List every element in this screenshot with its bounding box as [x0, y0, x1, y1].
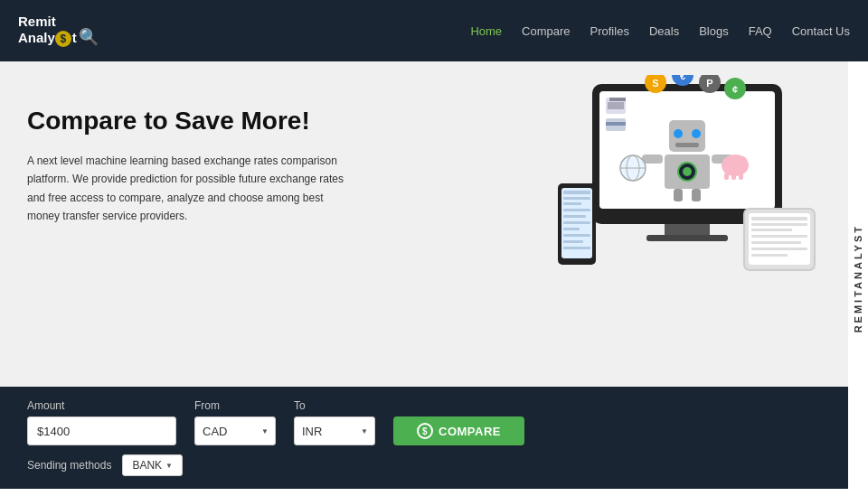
svg-text:¢: ¢	[732, 84, 738, 95]
to-label: To	[294, 399, 375, 412]
hero-description: A next level machine learning based exch…	[27, 152, 353, 226]
nav-blogs[interactable]: Blogs	[699, 24, 729, 38]
svg-rect-52	[751, 229, 792, 231]
compare-section: Amount From CAD USD EUR GBP To INR USD	[0, 387, 868, 489]
magnifier-icon: 🔍	[79, 29, 99, 47]
compare-button[interactable]: $ COMPARE	[393, 416, 524, 445]
svg-rect-44	[563, 228, 580, 230]
svg-rect-51	[751, 223, 807, 226]
to-group: To INR USD EUR GBP	[294, 399, 375, 445]
from-select[interactable]: CAD USD EUR GBP	[194, 416, 276, 445]
svg-text:P: P	[706, 78, 712, 89]
svg-rect-50	[751, 217, 807, 220]
svg-rect-41	[563, 209, 590, 211]
svg-rect-26	[724, 173, 729, 180]
side-text-panel: REMITANALYST	[848, 61, 868, 496]
svg-rect-15	[675, 143, 699, 147]
illustration-svg: S € P ¢	[538, 75, 818, 283]
hero-illustration: S € P ¢	[538, 75, 818, 283]
nav-links: Home Compare Profiles Deals Blogs FAQ Co…	[470, 23, 850, 39]
svg-point-25	[738, 156, 747, 165]
amount-group: Amount	[27, 399, 176, 445]
bank-select-button[interactable]: BANK	[122, 454, 183, 476]
nav-profiles[interactable]: Profiles	[590, 24, 629, 38]
nav-deals[interactable]: Deals	[649, 24, 679, 38]
svg-rect-38	[563, 191, 590, 194]
svg-rect-53	[751, 235, 807, 238]
compare-button-label: COMPARE	[439, 425, 501, 438]
svg-text:€: €	[680, 75, 685, 81]
svg-point-13	[674, 129, 683, 138]
svg-point-18	[683, 167, 692, 176]
hero-title: Compare to Save More!	[27, 107, 353, 136]
to-select[interactable]: INR USD EUR GBP	[294, 416, 375, 445]
svg-rect-33	[609, 98, 626, 101]
logo-line1: Remit	[18, 14, 99, 30]
svg-rect-35	[606, 122, 626, 126]
svg-rect-29	[674, 189, 683, 201]
hero-content: Compare to Save More! A next level machi…	[27, 98, 353, 226]
svg-rect-42	[563, 215, 586, 218]
svg-rect-32	[608, 102, 624, 109]
from-select-wrapper: CAD USD EUR GBP	[194, 416, 276, 445]
logo-line2: Analy$t🔍	[18, 29, 99, 47]
navbar: Remit Analy$t🔍 Home Compare Profiles Dea…	[0, 0, 868, 61]
svg-rect-28	[739, 173, 743, 180]
hero-section: Compare to Save More! A next level machi…	[0, 61, 868, 387]
svg-point-14	[692, 129, 701, 138]
amount-label: Amount	[27, 399, 176, 412]
logo-dollar-icon: $	[55, 31, 71, 47]
svg-rect-55	[751, 248, 807, 250]
svg-rect-30	[692, 189, 701, 201]
svg-rect-45	[563, 234, 590, 237]
svg-rect-56	[751, 254, 788, 257]
from-group: From CAD USD EUR GBP	[194, 399, 276, 445]
svg-rect-43	[563, 221, 590, 224]
nav-contact[interactable]: Contact Us	[792, 24, 850, 38]
svg-rect-54	[751, 241, 801, 244]
logo[interactable]: Remit Analy$t🔍	[18, 14, 99, 47]
svg-rect-19	[642, 154, 663, 164]
amount-input[interactable]	[27, 416, 176, 445]
svg-rect-46	[563, 240, 583, 243]
footer: brought to you by @remitanalyst for more…	[0, 489, 868, 496]
svg-rect-3	[646, 235, 728, 241]
nav-compare[interactable]: Compare	[522, 24, 570, 38]
sending-row: Sending methods BANK	[27, 454, 841, 476]
svg-rect-40	[563, 202, 581, 205]
bank-value: BANK	[132, 459, 162, 472]
nav-home[interactable]: Home	[470, 24, 502, 38]
nav-faq[interactable]: FAQ	[749, 24, 772, 38]
svg-text:S: S	[652, 78, 658, 89]
svg-rect-39	[563, 197, 590, 200]
svg-rect-2	[665, 224, 710, 235]
from-label: From	[194, 399, 276, 412]
side-text-label: REMITANALYST	[853, 224, 863, 332]
form-row-main: Amount From CAD USD EUR GBP To INR USD	[27, 399, 841, 445]
compare-icon: $	[417, 423, 433, 439]
svg-rect-47	[563, 247, 590, 249]
to-select-wrapper: INR USD EUR GBP	[294, 416, 375, 445]
sending-label: Sending methods	[27, 459, 111, 472]
svg-rect-49	[749, 213, 810, 265]
svg-rect-27	[731, 173, 736, 180]
